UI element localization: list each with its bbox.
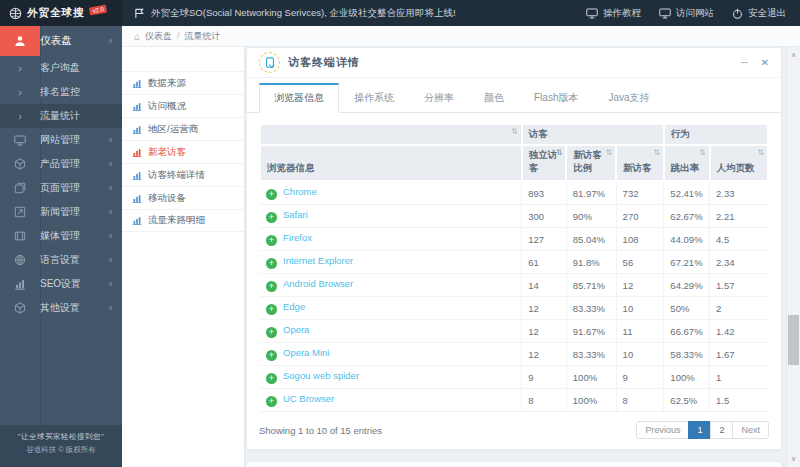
sort-icon[interactable]: ⇅ [699, 148, 706, 157]
sidebar-item-新闻管理[interactable]: 新闻管理∨ [0, 200, 122, 224]
tab-颜色[interactable]: 颜色 [469, 83, 519, 113]
chevron-down-icon: ∨ [108, 184, 113, 192]
topbar-menu-操作教程[interactable]: 操作教程 [586, 7, 641, 20]
expand-plus-icon[interactable]: + [266, 235, 277, 246]
news-icon [0, 206, 40, 218]
value-cell: 732 [616, 181, 664, 205]
subnav-item-流量来路明细[interactable]: 流量来路明细 [122, 209, 244, 232]
bar-chart-icon [132, 194, 142, 203]
tab-浏览器信息[interactable]: 浏览器信息 [259, 83, 339, 113]
value-cell: 2 [710, 297, 768, 320]
subnav-item-label: 数据来源 [148, 77, 186, 90]
expand-plus-icon[interactable]: + [266, 258, 277, 269]
browser-name-link[interactable]: Edge [283, 301, 305, 312]
value-cell: 67.21% [664, 251, 710, 274]
sidebar-item-语言设置[interactable]: 语言设置∨ [0, 248, 122, 272]
column-header-新访客比例[interactable]: 新访客比例⇅ [566, 145, 616, 181]
expand-plus-icon[interactable]: + [266, 327, 277, 338]
column-header-浏览器信息: 浏览器信息 [260, 145, 522, 181]
subnav-item-移动设备[interactable]: 移动设备 [122, 186, 244, 209]
expand-plus-icon[interactable]: + [266, 304, 277, 315]
topbar-menu-访问网站[interactable]: 访问网站 [659, 7, 714, 20]
sidebar-item-产品管理[interactable]: 产品管理∨ [0, 152, 122, 176]
subnav-item-访问概况[interactable]: 访问概况 [122, 94, 244, 117]
column-header-跳出率[interactable]: 跳出率⇅ [664, 145, 710, 181]
scroll-down-icon[interactable]: ∨ [787, 455, 800, 463]
sidebar-item-媒体管理[interactable]: 媒体管理∨ [0, 224, 122, 248]
sort-icon[interactable]: ⇅ [511, 127, 518, 136]
tab-操作系统[interactable]: 操作系统 [339, 83, 409, 113]
page-2[interactable]: 2 [710, 421, 733, 439]
table-row: +Safari30090%27062.67%2.21 [260, 205, 768, 228]
sort-icon[interactable]: ⇅ [757, 148, 764, 157]
bar-chart-icon [132, 125, 142, 134]
expand-plus-icon[interactable]: + [266, 373, 277, 384]
topbar-menu-安全退出[interactable]: 安全退出 [732, 7, 786, 20]
expand-plus-icon[interactable]: + [266, 212, 277, 223]
expand-plus-icon[interactable]: + [266, 189, 277, 200]
breadcrumb-separator: / [177, 31, 180, 41]
page-next[interactable]: Next [732, 421, 769, 439]
breadcrumb-dashboard[interactable]: 仪表盘 [145, 30, 172, 43]
sidebar-footer: "让全球买家轻松搜到您" 谷道科技 © 版权所有 [0, 425, 122, 467]
chart-icon [0, 278, 40, 290]
subnav-item-新老访客[interactable]: 新老访客 [122, 140, 244, 163]
vertical-scrollbar[interactable]: ∧ ∨ [786, 47, 800, 467]
expand-plus-icon[interactable]: + [266, 281, 277, 292]
column-header-人均页数[interactable]: 人均页数⇅ [710, 145, 768, 181]
sidebar-subitem-流量统计[interactable]: ›流量统计 [0, 104, 122, 128]
sidebar-subitem-排名监控[interactable]: ›排名监控 [0, 80, 122, 104]
chevron-down-icon: ∨ [108, 208, 113, 216]
value-cell: 108 [616, 228, 664, 251]
browser-cell: +Chrome [260, 181, 522, 205]
browser-name-link[interactable]: Opera [283, 324, 309, 335]
app-logo[interactable]: 外贸全球搜 v2.0 [0, 0, 122, 26]
page-previous[interactable]: Previous [636, 421, 689, 439]
browser-name-link[interactable]: Firefox [283, 232, 312, 243]
sort-icon[interactable]: ⇅ [556, 148, 563, 157]
subnav-item-数据来源[interactable]: 数据来源 [122, 71, 244, 94]
browser-name-link[interactable]: Android Browser [283, 278, 353, 289]
tab-Java支持[interactable]: Java支持 [593, 83, 664, 113]
tab-Flash版本[interactable]: Flash版本 [519, 83, 593, 113]
subnav-item-访客终端详情[interactable]: 访客终端详情 [122, 163, 244, 186]
expand-plus-icon[interactable]: + [266, 396, 277, 407]
sidebar-item-其他设置[interactable]: 其他设置∨ [0, 296, 122, 320]
sidebar-item-SEO设置[interactable]: SEO设置∨ [0, 272, 122, 296]
monitor-icon [586, 8, 598, 19]
sidebar-item-网站管理[interactable]: 网站管理∨ [0, 128, 122, 152]
value-cell: 91.67% [566, 320, 616, 343]
browser-name-link[interactable]: Opera Mini [283, 347, 329, 358]
value-cell: 1.5 [710, 389, 768, 412]
close-icon[interactable]: ✕ [761, 58, 769, 68]
sidebar-item-dashboard[interactable]: 仪表盘 ∧ [0, 26, 122, 56]
sidebar-item-页面管理[interactable]: 页面管理∨ [0, 176, 122, 200]
sort-icon[interactable]: ⇅ [653, 148, 660, 157]
sidebar-subitem-客户询盘[interactable]: ›客户询盘 [0, 56, 122, 80]
expand-plus-icon[interactable]: + [266, 350, 277, 361]
bar-chart-icon [132, 79, 142, 88]
value-cell: 66.67% [664, 320, 710, 343]
table-row: +Sogou web spider9100%9100%1 [260, 366, 768, 389]
tab-分辨率[interactable]: 分辨率 [409, 83, 469, 113]
value-cell: 10 [616, 297, 664, 320]
scroll-up-icon[interactable]: ∧ [787, 51, 800, 59]
browser-name-link[interactable]: Chrome [283, 186, 317, 197]
browser-name-link[interactable]: Internet Explorer [283, 255, 353, 266]
browser-name-link[interactable]: UC Browser [283, 393, 334, 404]
minimize-icon[interactable]: ─ [741, 58, 748, 68]
column-header-独立访客[interactable]: 独立访客⇅ [522, 145, 567, 181]
monitor-icon [0, 135, 40, 146]
page-1[interactable]: 1 [688, 421, 711, 439]
sidebar-item-label: 新闻管理 [40, 205, 80, 219]
value-cell: 12 [616, 274, 664, 297]
browser-name-link[interactable]: Sogou web spider [283, 370, 359, 381]
sidebar-slogan: "让全球买家轻松搜到您" [0, 432, 122, 442]
browser-name-link[interactable]: Safari [283, 209, 308, 220]
sort-icon[interactable]: ⇅ [605, 148, 612, 157]
browser-cell: +Android Browser [260, 274, 522, 297]
column-header-新访客[interactable]: 新访客⇅ [616, 145, 664, 181]
scrollbar-thumb[interactable] [788, 315, 799, 365]
browser-cell: +Sogou web spider [260, 366, 522, 389]
subnav-item-地区/运营商[interactable]: 地区/运营商 [122, 117, 244, 140]
